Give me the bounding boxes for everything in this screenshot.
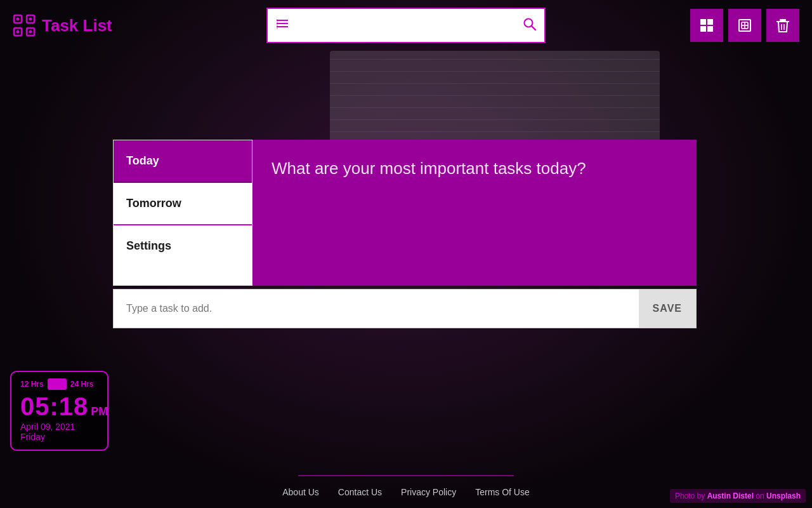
header: Task List — [0, 0, 812, 51]
grid-view-button[interactable] — [690, 9, 723, 42]
svg-point-6 — [16, 30, 20, 34]
clock-time: 05:18 — [20, 392, 88, 420]
clock-date: April 09, 2021 — [20, 422, 98, 432]
clock-time-row: 05:18 PM — [20, 392, 98, 420]
search-icon — [523, 17, 537, 34]
sidebar-item-settings[interactable]: Settings — [114, 225, 252, 267]
clock-ampm: PM — [91, 405, 108, 418]
footer-link-about[interactable]: About Us — [282, 487, 319, 497]
list-icon — [275, 17, 289, 34]
svg-point-7 — [29, 30, 32, 34]
svg-rect-14 — [700, 19, 706, 25]
add-task-input[interactable] — [114, 303, 639, 314]
export-icon — [737, 18, 752, 33]
svg-rect-17 — [707, 26, 713, 32]
svg-rect-9 — [277, 23, 288, 24]
footer-link-privacy[interactable]: Privacy Policy — [401, 487, 456, 497]
svg-point-4 — [16, 18, 20, 21]
trash-icon — [776, 18, 790, 33]
clock-toggle-row: 12 Hrs 24 Hrs — [20, 378, 98, 390]
svg-line-13 — [532, 25, 535, 29]
svg-rect-8 — [277, 20, 288, 21]
task-prompt: What are your most important tasks today… — [272, 159, 586, 178]
sidebar-item-tomorrow[interactable]: Tomorrow — [114, 183, 252, 225]
add-task-bar: SAVE — [113, 289, 697, 328]
footer-link-terms[interactable]: Terms Of Use — [475, 487, 530, 497]
task-main-area: What are your most important tasks today… — [252, 140, 697, 286]
logo-area: Task List — [13, 14, 112, 37]
svg-rect-10 — [277, 26, 288, 27]
clock-format-toggle[interactable] — [48, 378, 67, 390]
sidebar: Today Tomorrow Settings — [113, 140, 252, 286]
search-input[interactable] — [294, 20, 523, 31]
logo-icon — [13, 14, 36, 37]
photo-credit: Photo by Austin Distel on Unsplash — [670, 489, 806, 503]
svg-rect-16 — [700, 26, 706, 32]
export-button[interactable] — [728, 9, 761, 42]
clock-24hr-label: 24 Hrs — [70, 380, 94, 389]
grid-icon — [699, 18, 714, 33]
clock-widget: 12 Hrs 24 Hrs 05:18 PM April 09, 2021 Fr… — [10, 371, 108, 451]
search-bar — [266, 8, 546, 43]
svg-rect-15 — [707, 19, 713, 25]
photo-platform-link[interactable]: Unsplash — [766, 491, 801, 500]
photo-author-link[interactable]: Austin Distel — [707, 491, 754, 500]
footer-link-contact[interactable]: Contact Us — [338, 487, 382, 497]
header-actions — [690, 9, 799, 42]
svg-rect-23 — [780, 19, 786, 21]
clock-12hr-label: 12 Hrs — [20, 380, 44, 389]
svg-point-5 — [29, 18, 32, 21]
sidebar-item-today[interactable]: Today — [114, 140, 252, 183]
svg-rect-22 — [776, 21, 789, 22]
app-title: Task List — [42, 16, 112, 36]
svg-rect-11 — [277, 19, 278, 29]
delete-button[interactable] — [766, 9, 799, 42]
save-button[interactable]: SAVE — [639, 290, 696, 328]
clock-day: Friday — [20, 432, 98, 442]
task-panel: Today Tomorrow Settings What are your mo… — [113, 140, 697, 286]
